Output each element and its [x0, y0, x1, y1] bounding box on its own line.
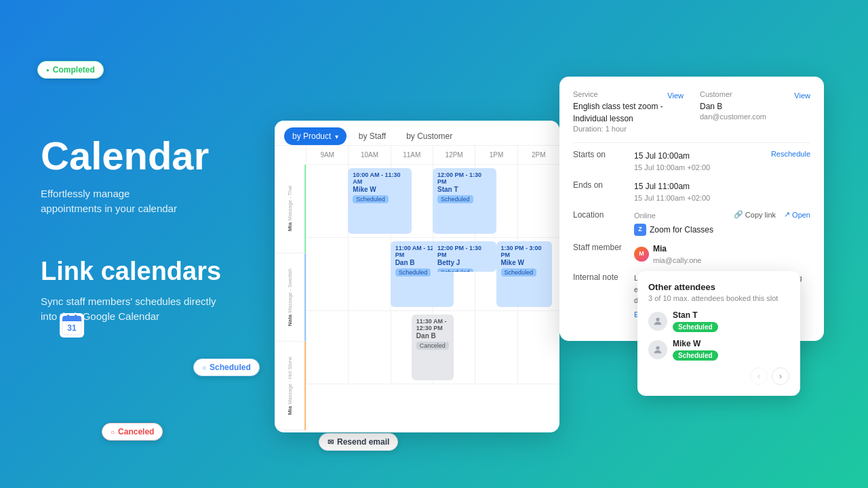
- appt-mikew-row1[interactable]: 1:30 PM - 3:00 PM Mike W Scheduled: [496, 241, 552, 307]
- attendee-info-1: Mike W Scheduled: [673, 339, 789, 361]
- customer-name: Dan B: [700, 100, 810, 113]
- service-duration: Duration: 1 hour: [573, 125, 684, 133]
- staff-avatar: M: [634, 247, 649, 262]
- svg-point-7: [656, 318, 659, 321]
- hours-row: 9AM 10AM 11AM 12PM 1PM 2PM: [306, 146, 559, 165]
- resource-labels: Massage - Thai Mia Massage - Swedish Nat…: [275, 146, 306, 430]
- main-grid: 9AM 10AM 11AM 12PM 1PM 2PM: [306, 146, 559, 430]
- resource-hotstone-mia: Massage - Hot Stone Mia: [275, 342, 306, 430]
- grid-rows-area: 10:00 AM - 11:30 AM Mike W Scheduled 12:…: [306, 165, 559, 430]
- tab-by-customer[interactable]: by Customer: [398, 127, 460, 145]
- resource-thai-mia: Massage - Thai Mia: [275, 165, 306, 253]
- ends-label: Ends on: [573, 180, 634, 190]
- hour-9am: 9AM: [306, 146, 348, 164]
- svg-point-8: [656, 346, 659, 350]
- detail-service-customer-row: Service View English class test zoom - I…: [573, 90, 810, 133]
- attendee-status-0: Scheduled: [673, 322, 718, 332]
- attendee-status-1: Scheduled: [673, 350, 718, 361]
- starts-label: Starts on: [573, 150, 634, 159]
- external-link-icon: ↗: [784, 210, 790, 219]
- appt-danb-canceled-row2[interactable]: 11:30 AM - 12:30 PM Dan B Canceled: [412, 314, 454, 380]
- attendee-name-0: Stan T: [673, 310, 789, 320]
- location-label: Location: [573, 210, 634, 220]
- tab-by-product[interactable]: by Product ▾: [284, 127, 347, 145]
- detail-ends-row: Ends on 15 Jul 11:00am 15 Jul 11:00am +0…: [573, 180, 810, 204]
- customer-view-link[interactable]: View: [794, 92, 810, 100]
- attendees-title: Other attendees: [648, 282, 789, 292]
- detail-service-col: Service View English class test zoom - I…: [573, 90, 684, 133]
- main-title: Calendar: [41, 136, 271, 177]
- zoom-icon: Z: [634, 224, 646, 236]
- main-subtitle: Effortlessly manageappointments in your …: [41, 186, 271, 217]
- attendee-row-1: Mike W Scheduled: [648, 339, 789, 361]
- left-content: Calendar Effortlessly manageappointments…: [41, 136, 271, 325]
- attendees-subtitle: 3 of 10 max. attendees booked this slot: [648, 294, 789, 302]
- service-view-link[interactable]: View: [667, 92, 684, 100]
- open-link-button[interactable]: ↗ Open: [784, 210, 810, 219]
- grid-row-0: 10:00 AM - 11:30 AM Mike W Scheduled 12:…: [306, 165, 559, 238]
- location-actions: 🔗 Copy link ↗ Open: [734, 210, 810, 219]
- copy-link-button[interactable]: 🔗 Copy link: [734, 210, 776, 219]
- appt-mikew-row0[interactable]: 10:00 AM - 11:30 AM Mike W Scheduled: [348, 168, 412, 234]
- attendee-row-0: Stan T Scheduled: [648, 310, 789, 332]
- attendee-avatar-0: [648, 312, 667, 331]
- hour-12pm: 12PM: [433, 146, 475, 164]
- reschedule-button[interactable]: Reschedule: [771, 150, 810, 158]
- attendees-prev-button[interactable]: ‹: [750, 367, 768, 385]
- svg-rect-5: [67, 314, 69, 319]
- resource-swedish-mia: Massage - Swedish Nata: [275, 253, 306, 342]
- resend-email-badge[interactable]: ✉ Resend email: [319, 433, 398, 451]
- location-value: Online Z Zoom for Classes: [634, 210, 734, 236]
- calendar-panel: by Product ▾ by Staff by Customer Massag…: [275, 121, 559, 432]
- staff-value: M Mia mia@cally.one: [634, 243, 810, 266]
- service-name: English class test zoom - Individual les…: [573, 100, 684, 125]
- grid-row-2: 11:30 AM - 12:30 PM Dan B Canceled: [306, 311, 559, 384]
- calendar-grid-area: Massage - Thai Mia Massage - Swedish Nat…: [275, 146, 559, 430]
- detail-staff-row: Staff member M Mia mia@cally.one: [573, 243, 810, 266]
- attendee-avatar-1: [648, 340, 667, 359]
- appt-stant-row0[interactable]: 12:00 PM - 1:30 PM Stan T Scheduled: [433, 168, 496, 234]
- link-title: Link calendars: [41, 258, 271, 286]
- attendee-info-0: Stan T Scheduled: [673, 310, 789, 332]
- hour-1pm: 1PM: [475, 146, 517, 164]
- copy-link-icon: 🔗: [734, 210, 743, 219]
- svg-rect-3: [62, 319, 81, 321]
- note-label: Internal note: [573, 272, 634, 282]
- svg-rect-6: [75, 314, 77, 319]
- detail-customer-col: Customer View Dan B dan@customer.com: [700, 90, 810, 133]
- detail-divider-1: [573, 142, 810, 143]
- customer-label: Customer: [700, 90, 732, 98]
- appt-bettyj-row1[interactable]: 12:00 PM - 1:30 PM Betty J Scheduled: [433, 241, 496, 272]
- detail-starts-row: Starts on 15 Jul 10:00am 15 Jul 10:00am …: [573, 150, 810, 174]
- attendees-nav: ‹ ›: [648, 367, 789, 385]
- ends-value: 15 Jul 11:00am 15 Jul 11:00am +02:00: [634, 180, 810, 204]
- detail-location-row: Location Online Z Zoom for Classes 🔗 Cop…: [573, 210, 810, 236]
- starts-value: 15 Jul 10:00am 15 Jul 10:00am +02:00: [634, 150, 771, 174]
- completed-badge: Completed: [37, 61, 104, 79]
- attendees-next-button[interactable]: ›: [772, 367, 789, 385]
- scheduled-badge: Scheduled: [193, 359, 260, 376]
- staff-label: Staff member: [573, 243, 634, 252]
- hour-2pm: 2PM: [517, 146, 559, 164]
- service-label: Service: [573, 90, 598, 98]
- attendees-popup: Other attendees 3 of 10 max. attendees b…: [637, 271, 800, 396]
- tab-by-staff[interactable]: by Staff: [351, 127, 394, 145]
- calendar-tabs: by Product ▾ by Staff by Customer: [275, 121, 559, 146]
- attendee-name-1: Mike W: [673, 339, 789, 348]
- customer-email: dan@customer.com: [700, 113, 810, 121]
- gcal-icon: 31: [60, 313, 84, 338]
- hour-11am: 11AM: [391, 146, 433, 164]
- hour-10am: 10AM: [348, 146, 390, 164]
- svg-text:31: 31: [67, 323, 77, 333]
- canceled-badge: Canceled: [102, 423, 163, 441]
- grid-row-1: 11:00 AM - 12:30 PM Dan B Scheduled 12:0…: [306, 238, 559, 311]
